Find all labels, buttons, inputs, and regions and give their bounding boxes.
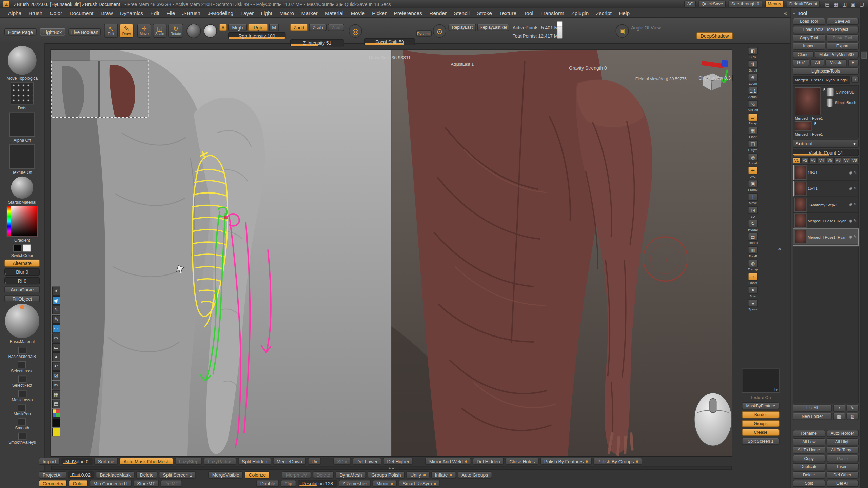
polish-by-features-slider[interactable]: Polish By Features [540, 458, 592, 465]
del-higher-button[interactable]: Del Higher [383, 458, 413, 465]
paste-tool-button[interactable]: Paste Tool [826, 34, 859, 41]
document-canvas[interactable]: ☀◉↖✎✏✂▭●↶⊠✉▦▤ [51, 50, 732, 456]
double-button[interactable]: Double [256, 480, 279, 487]
floor-button[interactable]: ▦ Floor [746, 127, 760, 138]
layout-icon-3[interactable]: ◫ [842, 1, 847, 7]
lsym-button[interactable]: ◫ L.Sym [746, 140, 760, 151]
menu-item[interactable]: Document [66, 10, 97, 16]
menu-item[interactable]: Stencil [450, 10, 473, 16]
subtool-row[interactable]: Merged_TPose1_Ryan_Kingslie ◉ ✎ [793, 229, 858, 245]
quicksave-button[interactable]: QuickSave [699, 1, 726, 8]
unify-button[interactable]: Unify [407, 471, 430, 479]
layout-icon-5[interactable]: ▢ [859, 1, 865, 7]
black-swatch[interactable] [52, 418, 60, 427]
focal-shift-icon[interactable]: ◎ [349, 24, 362, 38]
alternate-button[interactable]: Alternate [4, 260, 40, 267]
deepshadow-button[interactable]: DeepShadow [696, 32, 733, 39]
mirror-and-weld-button[interactable]: Mirror And Weld [425, 458, 471, 465]
polypaint-brush-icon[interactable]: ✎ [854, 219, 857, 223]
mrgb-button[interactable]: Mrgb [228, 24, 247, 31]
menu-item[interactable]: Help [615, 10, 633, 16]
current-brush-thumbnail[interactable] [8, 46, 37, 75]
mirror-button[interactable]: Mirror [373, 480, 397, 487]
texture-thumbnail[interactable] [9, 144, 35, 169]
menu-item[interactable]: Color [46, 10, 66, 16]
pin-icon[interactable]: ↑ [833, 404, 845, 411]
subtool-tab-v6[interactable]: V6 [834, 157, 842, 163]
alpha-thumbnail[interactable] [9, 112, 35, 137]
subtool-tab-v4[interactable]: V4 [817, 157, 825, 163]
storemt-button[interactable]: StoreMT [133, 480, 159, 487]
subtool-tab-v3[interactable]: V3 [809, 157, 817, 163]
layout-icon-2[interactable]: ▦ [833, 1, 839, 7]
panel-chevron[interactable]: « [784, 10, 787, 16]
insert-button[interactable]: Insert [826, 463, 859, 470]
z-intensity-slider[interactable]: Z Intensity 51 [290, 39, 344, 46]
split-screen-slider[interactable]: Split Screen 1 [742, 438, 780, 445]
visibility-eye-icon[interactable]: ◉ [849, 186, 853, 191]
menu-item[interactable]: Stroke [473, 10, 495, 16]
edit-list-icon[interactable]: ✎ [846, 404, 859, 411]
mergedown-button[interactable]: MergeDown [273, 458, 306, 465]
groups-polish-button[interactable]: Groups Polish [368, 471, 405, 479]
main-color-swatch[interactable] [13, 245, 21, 252]
quick-maskpen[interactable]: MaskPen [14, 404, 31, 416]
menu-item[interactable]: Macro [276, 10, 298, 16]
del-hidden-button[interactable]: Del Hidden [473, 458, 504, 465]
secondary-color-swatch[interactable] [23, 245, 31, 252]
load-tools-from-project-button[interactable]: Load Tools From Project [793, 26, 859, 33]
split-screen-1-slider[interactable]: Split Screen 1 [159, 471, 196, 479]
menu-item[interactable]: J-Modeling [204, 10, 237, 16]
menu-item[interactable]: Movie [347, 10, 369, 16]
scroll-button[interactable]: ⇅ Scroll [746, 60, 760, 72]
ghost-button[interactable]: ◌ Ghost [746, 273, 760, 284]
goz-button[interactable]: GoZ [793, 59, 809, 66]
polish-by-groups-slider[interactable]: Polish By Groups [594, 458, 642, 465]
menu-item[interactable]: Dynamics [116, 10, 146, 16]
auto-mask-fibermesh-button[interactable]: Auto Mask FiberMesh [120, 458, 173, 465]
current-tool-name[interactable]: Merged_TPose1_Ryan_Kingsli [793, 76, 850, 84]
menu-item[interactable]: Texture [496, 10, 520, 16]
border-button[interactable]: Border [742, 411, 780, 418]
menu-item[interactable]: Transform [537, 10, 568, 16]
load-tool-button[interactable]: Load Tool [793, 18, 825, 25]
rotate-button[interactable]: ↻ Rotate [746, 220, 760, 231]
xyz-button[interactable]: ✛ Xyz [746, 166, 760, 178]
lazyradius-slider[interactable]: LazyRadius [204, 458, 236, 465]
menu-item[interactable]: Brush [25, 10, 46, 16]
geometry-tab[interactable]: Geometry [39, 480, 67, 487]
polyf-button[interactable]: ▥ PolyF [746, 246, 760, 258]
saturation-square[interactable] [11, 207, 37, 237]
persp-button[interactable]: ▱ Persp [746, 114, 760, 125]
scissors-icon[interactable]: ✂ [52, 333, 60, 342]
menu-item[interactable]: Draw [97, 10, 116, 16]
material-thumbnail[interactable] [11, 176, 33, 198]
draw-size-slider[interactable]: Draw Size 36.93311 [364, 54, 415, 61]
move-button[interactable]: ✛ Move [137, 24, 151, 38]
camera-icon[interactable]: ▣ [616, 24, 629, 38]
menu-item[interactable]: J-Brush [179, 10, 204, 16]
panel-menu-icon[interactable]: ≡ [793, 11, 795, 16]
bpr-button[interactable]: ◧ BPR [746, 47, 760, 59]
recent-simplebrush[interactable]: SimpleBrush [827, 98, 856, 107]
save-as-button[interactable]: Save As [826, 18, 859, 25]
linefill-button[interactable]: ▤ LineFill [746, 233, 760, 244]
replay-last-button[interactable]: ReplayLast [448, 24, 476, 31]
lazystep-slider[interactable]: LazyStep [175, 458, 202, 465]
note-icon[interactable]: ✉ [52, 381, 60, 389]
rgb-button[interactable]: Rgb [248, 24, 268, 31]
mergevisible-button[interactable]: MergeVisible [208, 471, 243, 479]
local-button[interactable]: ◎ Local [746, 153, 760, 165]
goz-all-button[interactable]: All [811, 59, 825, 66]
yellow-swatch[interactable] [52, 428, 60, 436]
backfacemask-button[interactable]: BackfaceMask [96, 471, 134, 479]
menu-item[interactable]: Render [426, 10, 450, 16]
visibility-eye-icon[interactable]: ◉ [849, 170, 853, 175]
menu-item[interactable]: Alpha [4, 10, 25, 16]
live-boolean-button[interactable]: Live Boolean [68, 28, 101, 35]
light-icon[interactable]: ☀ [52, 287, 60, 296]
close-holes-button[interactable]: Close Holes [506, 458, 539, 465]
quick-masklasso[interactable]: MaskLasso [12, 390, 33, 402]
autoreorder-button[interactable]: AutoReorder [826, 430, 859, 437]
subtool-palette-header[interactable]: Subtool▾ [793, 139, 859, 147]
